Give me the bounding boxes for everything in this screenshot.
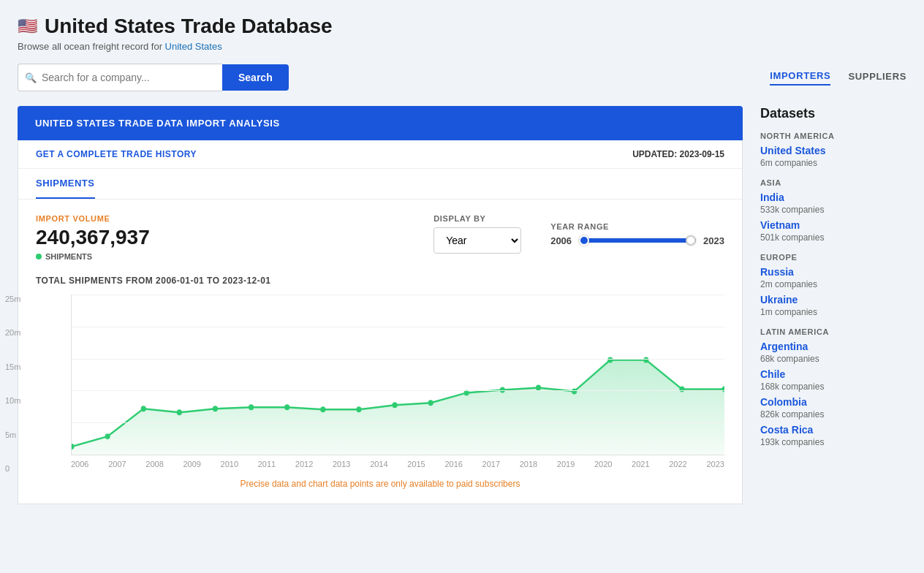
- dataset-item-india: India 533k companies: [760, 191, 906, 215]
- search-input-wrapper: 🔍: [18, 64, 222, 91]
- x-label-2011: 2011: [258, 460, 276, 468]
- y-label-15m: 15m: [5, 363, 20, 371]
- x-label-2016: 2016: [444, 460, 462, 468]
- subtitle: Browse all ocean freight record for Unit…: [18, 41, 222, 52]
- banner: UNITED STATES TRADE DATA IMPORT ANALYSIS: [18, 106, 743, 140]
- shipments-badge: SHIPMENTS: [36, 252, 404, 261]
- dataset-item-chile: Chile 168k companies: [760, 368, 906, 392]
- x-label-2009: 2009: [183, 460, 200, 468]
- dataset-count-ukraine: 1m companies: [760, 307, 817, 317]
- y-label-0: 0: [5, 464, 20, 473]
- search-button[interactable]: Search: [222, 64, 289, 91]
- year-end: 2023: [703, 235, 724, 246]
- updated-date: 2023-09-15: [680, 149, 724, 159]
- region-latin-america-label: LATIN AMERICA: [760, 327, 906, 336]
- main-content: UNITED STATES TRADE DATA IMPORT ANALYSIS…: [18, 106, 743, 504]
- dataset-count-united-states: 6m companies: [760, 158, 817, 168]
- dataset-item-argentina: Argentina 68k companies: [760, 341, 906, 364]
- nav-tabs: IMPORTERS SUPPLIERS: [770, 70, 906, 86]
- dataset-item-ukraine: Ukraine 1m companies: [760, 294, 906, 317]
- import-volume: IMPORT VOLUME 240,367,937 SHIPMENTS: [36, 214, 404, 261]
- year-range-control: YEAR RANGE 2006 2023: [550, 222, 724, 246]
- search-row: 🔍 Search IMPORTERS SUPPLIERS: [18, 64, 906, 91]
- banner-title: UNITED STATES TRADE DATA IMPORT ANALYSIS: [35, 118, 280, 129]
- import-number: 240,367,937: [36, 226, 404, 249]
- header: 🇺🇸 United States Trade Database Browse a…: [18, 15, 906, 52]
- trade-history-link[interactable]: GET A COMPLETE TRADE HISTORY: [36, 149, 197, 159]
- x-label-2012: 2012: [295, 460, 313, 468]
- x-label-2010: 2010: [221, 460, 238, 468]
- range-thumb-right[interactable]: [686, 235, 696, 246]
- search-icon: 🔍: [25, 72, 37, 83]
- tabs-row: SHIPMENTS: [18, 169, 742, 200]
- dataset-link-russia[interactable]: Russia: [760, 266, 906, 278]
- tab-shipments[interactable]: SHIPMENTS: [36, 169, 95, 199]
- region-asia-label: ASIA: [760, 178, 906, 187]
- year-range: 2006 2023: [550, 235, 724, 246]
- x-label-2022: 2022: [669, 460, 686, 468]
- x-label-2019: 2019: [557, 460, 575, 468]
- dataset-count-colombia: 826k companies: [760, 409, 824, 420]
- sidebar-title: Datasets: [760, 106, 906, 121]
- dataset-count-russia: 2m companies: [760, 279, 817, 289]
- display-by-control: DISPLAY BY Year Month Quarter: [433, 214, 521, 254]
- range-track[interactable]: [579, 238, 696, 243]
- display-by-select[interactable]: Year Month Quarter: [433, 227, 521, 254]
- tab-suppliers[interactable]: SUPPLIERS: [848, 71, 906, 85]
- x-label-2007: 2007: [108, 460, 126, 468]
- x-label-2013: 2013: [333, 460, 350, 468]
- dataset-item-vietnam: Vietnam 501k companies: [760, 219, 906, 243]
- updated-text: UPDATED: 2023-09-15: [632, 149, 724, 159]
- range-thumb-left[interactable]: [579, 235, 589, 246]
- x-label-2017: 2017: [482, 460, 500, 468]
- dataset-item-costa-rica: Costa Rica 193k companies: [760, 424, 906, 447]
- region-europe-label: EUROPE: [760, 253, 906, 262]
- x-label-2008: 2008: [145, 460, 163, 468]
- dataset-count-india: 533k companies: [760, 205, 824, 215]
- chart-x-labels: 2006 2007 2008 2009 2010 2011 2012 2013 …: [71, 455, 724, 473]
- chart-y-labels: 25m 20m 15m 10m 5m 0: [5, 295, 20, 473]
- y-label-25m: 25m: [5, 295, 20, 303]
- dataset-item-colombia: Colombia 826k companies: [760, 396, 906, 420]
- dataset-count-chile: 168k companies: [760, 382, 824, 392]
- x-label-2023: 2023: [706, 460, 724, 468]
- dataset-link-costa-rica[interactable]: Costa Rica: [760, 424, 906, 436]
- x-label-2015: 2015: [407, 460, 425, 468]
- chart-gridlines: [72, 295, 724, 455]
- year-range-label: YEAR RANGE: [550, 222, 724, 231]
- green-dot-icon: [36, 254, 42, 259]
- dataset-item-united-states: United States 6m companies: [760, 145, 906, 168]
- metrics-row: IMPORT VOLUME 240,367,937 SHIPMENTS DISP…: [18, 200, 742, 276]
- chart-title: TOTAL SHIPMENTS FROM 2006-01-01 TO 2023-…: [36, 276, 724, 286]
- dataset-link-vietnam[interactable]: Vietnam: [760, 219, 906, 231]
- x-label-2014: 2014: [370, 460, 387, 468]
- dataset-link-colombia[interactable]: Colombia: [760, 396, 906, 408]
- search-input[interactable]: [18, 64, 222, 91]
- chart-footer-note: Precise data and chart data points are o…: [36, 479, 724, 489]
- dataset-link-united-states[interactable]: United States: [760, 145, 906, 156]
- flag-icon: 🇺🇸: [18, 17, 37, 36]
- dataset-count-costa-rica: 193k companies: [760, 437, 824, 447]
- dataset-count-vietnam: 501k companies: [760, 232, 824, 243]
- y-label-10m: 10m: [5, 396, 20, 405]
- dataset-count-argentina: 68k companies: [760, 354, 819, 364]
- x-label-2021: 2021: [632, 460, 649, 468]
- subtitle-link[interactable]: United States: [165, 41, 222, 52]
- dataset-link-chile[interactable]: Chile: [760, 368, 906, 380]
- y-label-5m: 5m: [5, 430, 20, 439]
- x-label-2020: 2020: [594, 460, 612, 468]
- display-by-label: DISPLAY BY: [433, 214, 521, 223]
- trade-history-bar: GET A COMPLETE TRADE HISTORY UPDATED: 20…: [18, 140, 742, 169]
- x-label-2006: 2006: [71, 460, 88, 468]
- dataset-link-argentina[interactable]: Argentina: [760, 341, 906, 352]
- tab-importers[interactable]: IMPORTERS: [770, 70, 830, 86]
- year-start: 2006: [550, 235, 572, 246]
- dataset-link-ukraine[interactable]: Ukraine: [760, 294, 906, 306]
- chart-section: TOTAL SHIPMENTS FROM 2006-01-01 TO 2023-…: [18, 276, 742, 504]
- dataset-item-russia: Russia 2m companies: [760, 266, 906, 289]
- dataset-link-india[interactable]: India: [760, 191, 906, 203]
- region-north-america-label: NORTH AMERICA: [760, 132, 906, 140]
- chart-container: [71, 295, 724, 455]
- main-card: GET A COMPLETE TRADE HISTORY UPDATED: 20…: [18, 140, 743, 504]
- y-label-20m: 20m: [5, 328, 20, 337]
